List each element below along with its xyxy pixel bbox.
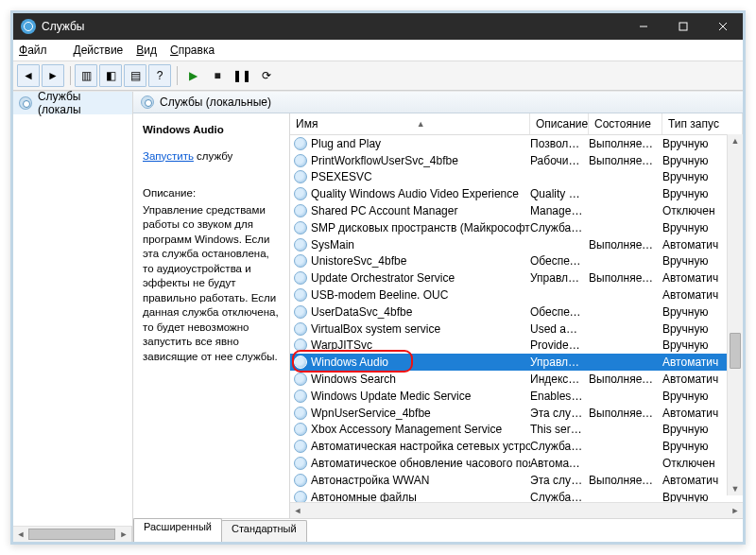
service-icon	[294, 238, 307, 251]
content-area: Службы (локалы ◄ ► Службы (локальные) Wi…	[13, 91, 743, 542]
service-icon	[294, 187, 307, 200]
services-mmc-window: Службы Файл Действие Вид Справка ◄ ► ▥ ◧…	[10, 10, 746, 545]
service-row[interactable]: VirtualBox system serviceUsed as a ...Вр…	[290, 321, 743, 338]
properties-button[interactable]: ◧	[99, 64, 122, 87]
service-row[interactable]: Shared PC Account ManagerManages p...Отк…	[290, 202, 743, 219]
pause-service-button[interactable]: ❚❚	[231, 64, 253, 87]
scroll-left-icon[interactable]: ◄	[290, 506, 305, 515]
service-row[interactable]: Update Orchestrator ServiceУправляет...В…	[290, 269, 743, 286]
services-list: Имя▲ Описание Состояние Тип запус Plug a…	[290, 113, 743, 518]
tab-standard[interactable]: Стандартный	[221, 520, 307, 542]
result-pane: Службы (локальные) Windows Audio Запусти…	[133, 92, 743, 542]
service-desc: Служба ав...	[530, 491, 589, 502]
service-name: PSEXESVC	[311, 170, 372, 183]
service-row[interactable]: Автоматическая настройка сетевых устройс…	[290, 438, 743, 455]
close-button[interactable]	[703, 13, 743, 40]
toolbar: ◄ ► ▥ ◧ ▤ ? ▶ ■ ❚❚ ⟳	[13, 61, 743, 91]
service-name: Автономные файлы	[311, 491, 417, 502]
rows-container: Plug and PlayПозволяет...ВыполняетсяВруч…	[290, 135, 743, 502]
service-desc: Эта служб...	[530, 407, 589, 420]
service-desc: Quality Wi...	[530, 187, 589, 200]
scroll-right-icon[interactable]: ►	[728, 506, 743, 515]
service-state: Выполняется	[589, 407, 662, 420]
service-row[interactable]: WpnUserService_4bfbeЭта служб...Выполняе…	[290, 405, 743, 422]
menu-action[interactable]: Действие	[74, 43, 124, 57]
tab-extended[interactable]: Расширенный	[133, 518, 222, 542]
service-row[interactable]: Xbox Accessory Management ServiceThis se…	[290, 422, 743, 439]
scroll-right-icon[interactable]: ►	[116, 527, 131, 542]
scroll-up-icon[interactable]: ▲	[728, 134, 743, 147]
service-desc: Manages p...	[530, 204, 589, 217]
service-row[interactable]: Plug and PlayПозволяет...ВыполняетсяВруч…	[290, 135, 743, 152]
maximize-button[interactable]	[663, 13, 703, 40]
start-service-button[interactable]: ▶	[181, 64, 204, 87]
minimize-button[interactable]	[624, 13, 663, 40]
service-row[interactable]: SysMainВыполняетсяАвтоматич	[290, 236, 743, 253]
help-button[interactable]: ?	[148, 64, 171, 87]
service-state: Выполняется	[589, 474, 662, 487]
tree-node-services[interactable]: Службы (локалы	[13, 92, 132, 114]
service-row[interactable]: Windows AudioУправлен...Автоматич	[290, 354, 743, 371]
service-name: Автоматическое обновление часового пояса	[311, 457, 530, 470]
scroll-left-icon[interactable]: ◄	[13, 527, 28, 542]
service-name: SysMain	[311, 238, 354, 251]
service-row[interactable]: Quality Windows Audio Video ExperienceQu…	[290, 185, 743, 202]
forward-button[interactable]: ►	[42, 64, 64, 87]
window-title: Службы	[42, 20, 624, 33]
description-text: Управление средствами работы со звуком д…	[143, 203, 280, 365]
show-hide-tree-button[interactable]: ▥	[75, 64, 97, 87]
separator-icon	[177, 66, 178, 85]
menu-view[interactable]: Вид	[136, 43, 157, 57]
service-desc: Used as a ...	[530, 322, 589, 336]
back-button[interactable]: ◄	[17, 64, 40, 87]
service-desc: Управлен...	[530, 356, 589, 369]
service-row[interactable]: PSEXESVCВручную	[290, 169, 743, 186]
service-name: Windows Search	[311, 373, 396, 386]
service-row[interactable]: UnistoreSvc_4bfbeОбеспечи...Вручную	[290, 253, 743, 270]
service-row[interactable]: Автономные файлыСлужба ав...Вручную	[290, 489, 743, 502]
stop-service-button[interactable]: ■	[206, 64, 229, 87]
start-service-link[interactable]: Запустить	[143, 150, 194, 162]
menu-file[interactable]: Файл	[19, 43, 60, 57]
tree-hscroll[interactable]: ◄ ►	[13, 526, 132, 542]
export-list-button[interactable]: ▤	[124, 64, 146, 87]
col-state[interactable]: Состояние	[589, 113, 662, 134]
service-icon	[294, 390, 307, 403]
service-state: Выполняется	[589, 271, 662, 285]
service-name: Автоматическая настройка сетевых устройс…	[311, 440, 530, 453]
service-icon	[294, 457, 307, 470]
service-desc: Рабочий п...	[530, 154, 589, 167]
col-startup[interactable]: Тип запус	[662, 113, 743, 134]
service-icon	[294, 491, 307, 502]
vertical-scrollbar[interactable]: ▲ ▼	[727, 134, 743, 495]
sort-asc-icon: ▲	[417, 119, 425, 129]
scroll-thumb[interactable]	[730, 333, 741, 369]
service-desc: This servic...	[530, 423, 589, 436]
service-row[interactable]: Автонастройка WWANЭта служб...Выполняетс…	[290, 472, 743, 489]
service-row[interactable]: Windows Update Medic ServiceEnables re..…	[290, 388, 743, 405]
service-row[interactable]: Автоматическое обновление часового пояса…	[290, 455, 743, 472]
scroll-down-icon[interactable]: ▼	[728, 482, 743, 495]
start-service-link-row: Запустить службу	[143, 149, 280, 165]
service-name: WarpJITSvc	[311, 338, 372, 352]
detail-panel: Windows Audio Запустить службу Описание:…	[133, 113, 290, 518]
col-name[interactable]: Имя▲	[290, 113, 530, 134]
service-row[interactable]: UserDataSvc_4bfbeОбеспечи...Вручную	[290, 304, 743, 321]
service-row[interactable]: USB-modem Beeline. OUCАвтоматич	[290, 286, 743, 304]
restart-service-button[interactable]: ⟳	[255, 64, 278, 87]
service-state: Выполняется	[589, 373, 662, 386]
service-row[interactable]: WarpJITSvcProvides a ...Вручную	[290, 338, 743, 355]
service-name: UserDataSvc_4bfbe	[311, 305, 412, 319]
col-description[interactable]: Описание	[530, 113, 589, 134]
service-icon	[294, 338, 307, 352]
service-icon	[294, 322, 307, 336]
horizontal-scrollbar[interactable]: ◄ ►	[290, 502, 743, 518]
service-state: Выполняется	[589, 238, 662, 251]
service-row[interactable]: SMP дисковых пространств (Майкрософт)Слу…	[290, 219, 743, 236]
menu-help[interactable]: Справка	[170, 43, 215, 57]
service-row[interactable]: PrintWorkflowUserSvc_4bfbeРабочий п...Вы…	[290, 152, 743, 169]
service-desc: Служба ав...	[530, 440, 589, 453]
service-icon	[294, 356, 307, 369]
service-row[interactable]: Windows SearchИндексир...ВыполняетсяАвто…	[290, 371, 743, 388]
service-icon	[294, 440, 307, 453]
